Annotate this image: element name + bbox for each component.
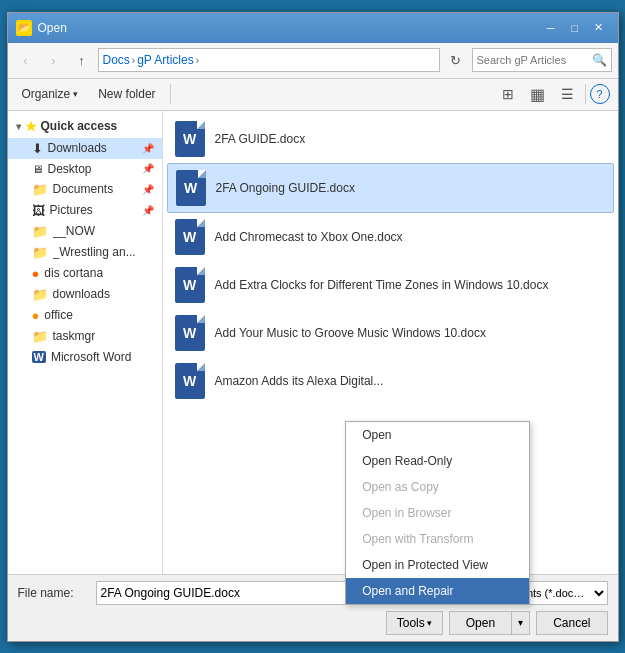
sidebar-item-documents[interactable]: 📁 Documents 📌 — [8, 179, 162, 200]
sidebar-item-microsoftword[interactable]: W Microsoft Word — [8, 347, 162, 367]
sidebar-item-pictures[interactable]: 🖼 Pictures 📌 — [8, 200, 162, 221]
sidebar-item-desktop[interactable]: 🖥 Desktop 📌 — [8, 159, 162, 179]
bottom-area: File name: All Word Documents (*.docx;*.… — [8, 574, 618, 641]
back-button[interactable]: ‹ — [14, 48, 38, 72]
msword-icon: W — [32, 351, 46, 363]
word-doc-icon-4: W — [175, 267, 205, 303]
now-icon: 📁 — [32, 224, 48, 239]
dropdown-open-repair[interactable]: Open and Repair — [346, 578, 529, 604]
dropdown-open-browser: Open in Browser — [346, 500, 529, 526]
sidebar-desktop-label: Desktop — [48, 162, 92, 176]
title-bar: 📂 Open ─ □ ✕ — [8, 13, 618, 43]
quick-access-header[interactable]: ▾ ★ Quick access — [8, 115, 162, 138]
sidebar-office-label: office — [44, 308, 72, 322]
forward-button[interactable]: › — [42, 48, 66, 72]
organize-label: Organize — [22, 87, 71, 101]
toolbar-sep2 — [585, 84, 586, 104]
sidebar-item-wrestling[interactable]: 📁 _Wrestling an... — [8, 242, 162, 263]
toolbar-separator — [170, 84, 171, 104]
sidebar-msword-label: Microsoft Word — [51, 350, 131, 364]
sidebar-item-downloads[interactable]: ⬇ Downloads 📌 — [8, 138, 162, 159]
dropdown-open-protected[interactable]: Open in Protected View — [346, 552, 529, 578]
organize-button[interactable]: Organize ▾ — [16, 84, 85, 104]
word-doc-icon-1: W — [175, 121, 205, 157]
view-toggle-button[interactable]: ⊞ — [495, 83, 521, 105]
sidebar-discortana-label: dis cortana — [44, 266, 103, 280]
sidebar-item-downloadsf[interactable]: 📁 downloads — [8, 284, 162, 305]
sidebar-item-taskmgr[interactable]: 📁 taskmgr — [8, 326, 162, 347]
file-item-2[interactable]: W 2FA Ongoing GUIDE.docx — [167, 163, 614, 213]
file-name-6: Amazon Adds its Alexa Digital... — [215, 374, 384, 388]
cancel-button[interactable]: Cancel — [536, 611, 607, 635]
new-folder-label: New folder — [98, 87, 155, 101]
pin-icon-pictures: 📌 — [142, 205, 154, 216]
open-main-button[interactable]: Open — [449, 611, 511, 635]
file-item-5[interactable]: W Add Your Music to Groove Music Windows… — [167, 309, 614, 357]
file-icon-2: W — [176, 170, 208, 206]
sidebar-documents-label: Documents — [53, 182, 114, 196]
breadcrumb[interactable]: Docs › gP Articles › — [98, 48, 440, 72]
pin-icon-desktop: 📌 — [142, 163, 154, 174]
sidebar-downloadsf-label: downloads — [53, 287, 110, 301]
file-name-3: Add Chromecast to Xbox One.docx — [215, 230, 403, 244]
file-icon-5: W — [175, 315, 207, 351]
help-button[interactable]: ? — [590, 84, 610, 104]
view-details-button[interactable]: ▦ — [525, 83, 551, 105]
file-icon-6: W — [175, 363, 207, 399]
sidebar-downloads-label: Downloads — [48, 141, 107, 155]
sidebar: ▾ ★ Quick access ⬇ Downloads 📌 🖥 Desktop… — [8, 111, 163, 574]
sidebar-wrestling-label: _Wrestling an... — [53, 245, 136, 259]
minimize-button[interactable]: ─ — [540, 18, 562, 38]
sidebar-item-discortana[interactable]: ● dis cortana — [8, 263, 162, 284]
search-icon: 🔍 — [592, 53, 607, 67]
pin-icon-documents: 📌 — [142, 184, 154, 195]
filename-label: File name: — [18, 586, 88, 600]
organize-dropdown-icon: ▾ — [73, 89, 78, 99]
breadcrumb-gparticles[interactable]: gP Articles — [137, 53, 193, 67]
close-button[interactable]: ✕ — [588, 18, 610, 38]
downloads-icon: ⬇ — [32, 141, 43, 156]
new-folder-button[interactable]: New folder — [92, 84, 161, 104]
maximize-button[interactable]: □ — [564, 18, 586, 38]
file-icon-3: W — [175, 219, 207, 255]
tools-button[interactable]: Tools ▾ — [386, 611, 443, 635]
refresh-button[interactable]: ↻ — [444, 48, 468, 72]
file-name-4: Add Extra Clocks for Different Time Zone… — [215, 278, 549, 292]
toolbar: Organize ▾ New folder ⊞ ▦ ☰ ? — [8, 79, 618, 111]
dropdown-open-transform: Open with Transform — [346, 526, 529, 552]
sidebar-item-now[interactable]: 📁 __NOW — [8, 221, 162, 242]
tools-dropdown-icon: ▾ — [427, 618, 432, 628]
file-item-1[interactable]: W 2FA GUIDE.docx — [167, 115, 614, 163]
search-input[interactable] — [477, 54, 590, 66]
dropdown-open[interactable]: Open — [346, 422, 529, 448]
up-button[interactable]: ↑ — [70, 48, 94, 72]
open-dropdown-button[interactable]: ▾ — [511, 611, 530, 635]
expand-icon: ▾ — [16, 121, 21, 132]
taskmgr-icon: 📁 — [32, 329, 48, 344]
sidebar-pictures-label: Pictures — [50, 203, 93, 217]
title-controls: ─ □ ✕ — [540, 18, 610, 38]
layout-button[interactable]: ☰ — [555, 83, 581, 105]
file-item-6[interactable]: W Amazon Adds its Alexa Digital... — [167, 357, 614, 405]
toolbar-right: ⊞ ▦ ☰ ? — [495, 83, 610, 105]
sidebar-item-office[interactable]: ● office — [8, 305, 162, 326]
word-doc-icon-5: W — [175, 315, 205, 351]
file-name-2: 2FA Ongoing GUIDE.docx — [216, 181, 355, 195]
open-button-group: Open ▾ Open Open Read-Only Open as Copy … — [449, 611, 530, 635]
word-doc-icon-6: W — [175, 363, 205, 399]
star-icon: ★ — [25, 119, 37, 134]
file-item-4[interactable]: W Add Extra Clocks for Different Time Zo… — [167, 261, 614, 309]
dropdown-open-copy: Open as Copy — [346, 474, 529, 500]
address-bar: ‹ › ↑ Docs › gP Articles › ↻ 🔍 — [8, 43, 618, 79]
dropdown-open-readonly[interactable]: Open Read-Only — [346, 448, 529, 474]
pin-icon-downloads: 📌 — [142, 143, 154, 154]
breadcrumb-docs[interactable]: Docs — [103, 53, 130, 67]
tools-label: Tools — [397, 616, 425, 630]
breadcrumb-arrow-2: › — [196, 55, 199, 66]
dialog-title: Open — [38, 21, 67, 35]
sidebar-taskmgr-label: taskmgr — [53, 329, 96, 343]
file-item-3[interactable]: W Add Chromecast to Xbox One.docx — [167, 213, 614, 261]
file-icon-1: W — [175, 121, 207, 157]
office-icon: ● — [32, 308, 40, 323]
pictures-icon: 🖼 — [32, 203, 45, 218]
